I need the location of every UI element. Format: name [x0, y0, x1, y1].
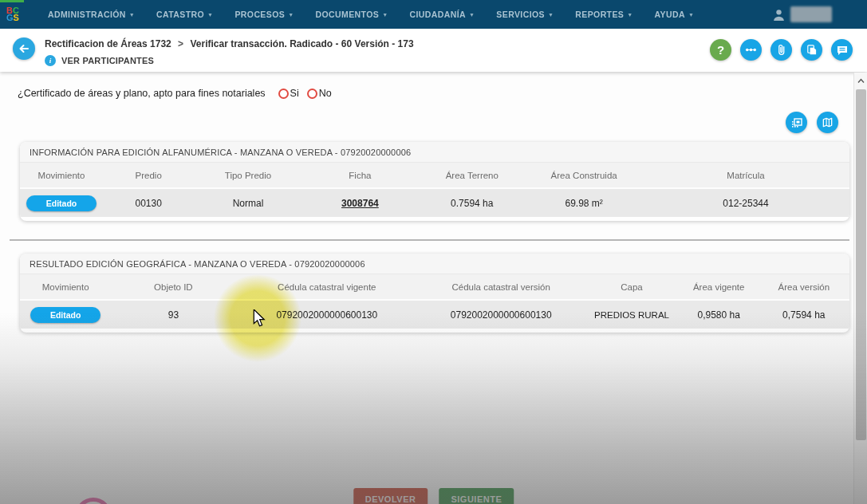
- paperclip-icon: [775, 44, 787, 56]
- radio-label: Si: [290, 88, 299, 99]
- menu-documentos[interactable]: DOCUMENTOS▼: [316, 10, 388, 19]
- column-header-movimiento: Movimiento: [20, 274, 111, 299]
- edit-tools: [786, 112, 838, 133]
- menu-catastro[interactable]: CATASTRO▼: [156, 10, 213, 19]
- map-icon: [822, 116, 834, 128]
- cell-area-vigente: 0,9580 ha: [680, 299, 759, 329]
- green-accent-strip: [0, 0, 24, 2]
- devolver-button[interactable]: DEVOLVER: [353, 488, 428, 504]
- column-header-predio: Predio: [103, 163, 194, 187]
- map-button[interactable]: [817, 112, 838, 133]
- alfanumerica-panel: INFORMACIÓN PARA EDICIÓN ALFANUMÉRICA - …: [20, 142, 849, 221]
- action-buttons: DEVOLVER SIGUIENTE: [353, 488, 514, 504]
- table-row: Editado 00130 Normal 3008764 0.7594 ha 6…: [20, 187, 849, 217]
- chevron-up-icon: [857, 78, 865, 84]
- info-icon[interactable]: i: [45, 55, 56, 66]
- menu-procesos[interactable]: PROCESOS▼: [234, 10, 294, 19]
- menu-label: PROCESOS: [234, 10, 285, 19]
- username-redacted: [790, 6, 832, 22]
- radio-label: No: [319, 88, 332, 99]
- menu-label: AYUDA: [655, 10, 685, 19]
- menu-ayuda[interactable]: AYUDA▼: [655, 10, 695, 19]
- column-header-area-terreno: Área Terreno: [418, 163, 526, 187]
- section-divider: [10, 239, 849, 241]
- menu-servicios[interactable]: SERVICIOS▼: [496, 10, 554, 19]
- status-badge: Editado: [30, 307, 100, 323]
- copy-documents-button[interactable]: [801, 39, 822, 61]
- column-header-area-vigente: Área vigente: [680, 274, 759, 299]
- cell-tipo-predio: Normal: [194, 187, 301, 217]
- menu-label: SERVICIOS: [496, 10, 545, 19]
- header-toolbar: ?: [710, 39, 853, 61]
- breadcrumb-separator: >: [178, 38, 183, 49]
- chat-icon: [836, 44, 849, 57]
- chevron-down-icon: ▼: [627, 12, 633, 18]
- ficha-link[interactable]: 3008764: [341, 198, 379, 209]
- radio-icon[interactable]: [307, 89, 317, 99]
- ver-participantes-label[interactable]: VER PARTICIPANTES: [61, 56, 154, 65]
- person-icon: [772, 8, 786, 22]
- chevron-down-icon: ▼: [207, 12, 213, 18]
- scrollbar-thumb[interactable]: [856, 89, 866, 440]
- cell-predio: 00130: [103, 187, 194, 217]
- menu-label: REPORTES: [575, 10, 624, 19]
- participants-row: i VER PARTICIPANTES: [45, 55, 154, 66]
- app-logo[interactable]: BC GS: [6, 7, 30, 22]
- panel-title: INFORMACIÓN PARA EDICIÓN ALFANUMÉRICA - …: [20, 142, 849, 163]
- table-row: Editado 93 0792002000000600130 079200200…: [20, 299, 849, 329]
- vertical-scrollbar[interactable]: [853, 73, 867, 504]
- table-header-row: Movimiento Predio Tipo Predio Ficha Área…: [20, 163, 849, 187]
- screen-edit-button[interactable]: [786, 112, 807, 133]
- help-button[interactable]: ?: [710, 39, 731, 61]
- panel-title: RESULTADO EDICIÓN GEOGRÁFICA - MANZANA O…: [20, 254, 849, 274]
- geografica-table: Movimiento Objeto ID Cédula catastral vi…: [20, 274, 849, 329]
- breadcrumb-section[interactable]: Rectificacion de Áreas 1732: [45, 38, 171, 49]
- screen-edit-icon: [790, 116, 803, 129]
- cell-area-construida: 69.98 m²: [526, 187, 642, 217]
- comments-button[interactable]: [831, 39, 853, 61]
- table-header-row: Movimiento Objeto ID Cédula catastral vi…: [20, 274, 849, 299]
- chevron-down-icon: ▼: [548, 12, 554, 18]
- menu-label: CIUDADANÍA: [410, 10, 467, 19]
- cell-cedula-version: 0792002000000600130: [418, 299, 584, 329]
- cell-movimiento: Editado: [20, 187, 103, 217]
- menu-administracion[interactable]: ADMINISTRACIÓN▼: [48, 10, 135, 19]
- cell-area-version: 0,7594 ha: [759, 299, 849, 329]
- video-fade-overlay: [0, 0, 867, 504]
- cell-area-terreno: 0.7594 ha: [418, 187, 526, 217]
- chevron-down-icon: ▼: [469, 12, 475, 18]
- radio-option-no[interactable]: No: [307, 88, 332, 99]
- column-header-capa: Capa: [584, 274, 680, 299]
- breadcrumb: Rectificacion de Áreas 1732 > Verificar …: [45, 38, 414, 49]
- chevron-down-icon: ▼: [288, 12, 294, 18]
- arrow-left-icon: [18, 42, 30, 55]
- scroll-up-button[interactable]: [856, 75, 866, 86]
- column-header-objeto-id: Objeto ID: [111, 274, 235, 299]
- ellipsis-dots-icon: [744, 43, 758, 57]
- logo-letter: S: [14, 14, 19, 22]
- back-button[interactable]: [13, 37, 35, 60]
- breadcrumb-page: Verificar transacción. Radicado - 60 Ver…: [190, 38, 413, 49]
- account-area[interactable]: [772, 0, 832, 29]
- cell-matricula: 012-25344: [642, 187, 849, 217]
- column-header-matricula: Matrícula: [642, 163, 849, 187]
- menu-ciudadania[interactable]: CIUDADANÍA▼: [410, 10, 475, 19]
- menu-label: CATASTRO: [156, 10, 204, 19]
- logo-letter: G: [6, 14, 14, 22]
- cell-capa: PREDIOS RURAL: [584, 299, 680, 329]
- column-header-cedula-version: Cédula catastral versión: [418, 274, 584, 299]
- menu-label: DOCUMENTOS: [316, 10, 380, 19]
- page-header: Rectificacion de Áreas 1732 > Verificar …: [0, 29, 867, 72]
- siguiente-button[interactable]: SIGUIENTE: [439, 488, 514, 504]
- radio-option-si[interactable]: Si: [278, 88, 299, 99]
- cell-movimiento: Editado: [20, 299, 111, 329]
- menu-label: ADMINISTRACIÓN: [48, 10, 126, 19]
- mouse-cursor: [252, 309, 266, 330]
- notarial-question: ¿Certificado de áreas y plano, apto para…: [18, 88, 332, 99]
- menu-reportes[interactable]: REPORTES▼: [575, 10, 633, 19]
- workflow-button[interactable]: [740, 39, 762, 61]
- recording-marker: [75, 498, 112, 504]
- attachments-button[interactable]: [770, 39, 792, 61]
- alfanumerica-table: Movimiento Predio Tipo Predio Ficha Área…: [20, 163, 849, 217]
- radio-icon[interactable]: [278, 89, 289, 99]
